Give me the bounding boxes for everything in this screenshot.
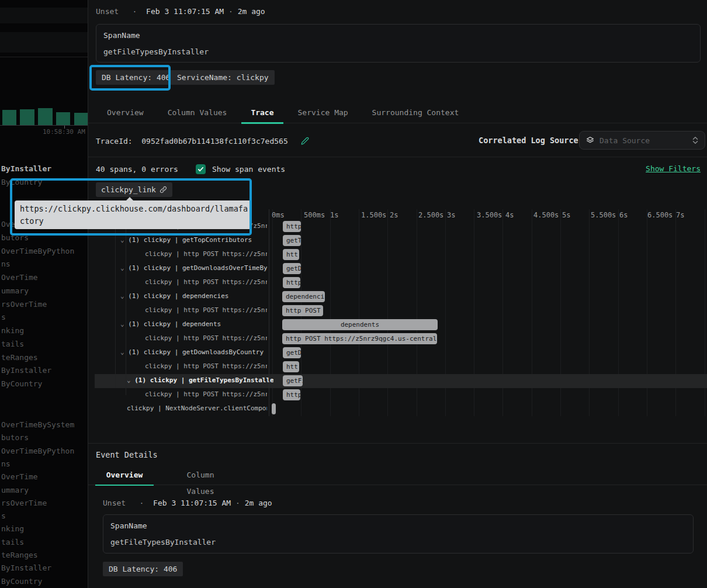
span-duration-bar[interactable]: http: [283, 389, 300, 400]
result-row-fragment[interactable]: ByInstaller: [1, 164, 51, 173]
span-duration-bar[interactable]: dependenci: [282, 291, 325, 302]
timeline-axis-tick: 6.500s: [647, 211, 673, 219]
span-row[interactable]: clickpy | http POST https://z5nrz9http P…: [88, 332, 707, 346]
span-row[interactable]: ⌄ (1) clickpy | dependenciesdependenci: [88, 290, 707, 304]
span-row[interactable]: ⌄ (1) clickpy | dependentsdependents: [88, 318, 707, 332]
span-name: ⌄ (1) clickpy | dependents: [120, 320, 221, 328]
result-row-fragment[interactable]: ns: [1, 459, 11, 468]
tab-surrounding-context[interactable]: Surrounding Context: [363, 104, 469, 123]
span-duration-bar[interactable]: htt: [283, 361, 299, 372]
show-filters-link[interactable]: Show Filters: [646, 164, 701, 173]
span-row[interactable]: ⌄ (1) clickpy | getDownloadsByCountryget…: [88, 346, 707, 360]
result-row-fragment[interactable]: butors: [1, 233, 29, 242]
result-row-fragment[interactable]: OverTime: [1, 273, 38, 282]
event-timestamp: Feb 3 11:07:15 AM: [146, 7, 224, 16]
service-name-badge[interactable]: ServiceName: clickpy: [171, 70, 275, 85]
result-row-fragment[interactable]: Ove: [1, 220, 15, 229]
span-duration-bar[interactable]: http: [283, 277, 300, 288]
timeline-axis-tick: 1s: [330, 211, 338, 219]
span-name: clickpy | http POST https://z5nrz9: [145, 278, 267, 286]
result-row-fragment[interactable]: OverTimeByPython: [1, 447, 74, 455]
chevron-up-down-icon: [692, 136, 699, 145]
span-duration-bar[interactable]: getD: [283, 347, 301, 358]
tab-overview[interactable]: Overview: [95, 467, 154, 485]
db-latency-badge[interactable]: DB Latency: 406: [103, 562, 183, 576]
span-row[interactable]: clickpy | NextNodeServer.clientCompone: [88, 402, 707, 416]
db-latency-badge[interactable]: DB Latency: 406: [96, 70, 176, 85]
span-name: clickpy | NextNodeServer.clientCompone: [127, 404, 267, 412]
tab-trace[interactable]: Trace: [241, 104, 283, 123]
tab-column-values[interactable]: Column Values: [171, 467, 230, 485]
span-row[interactable]: ⌄ (1) clickpy | getTopContributorsgetT: [88, 234, 707, 248]
result-row-fragment[interactable]: s: [1, 511, 6, 520]
result-row-fragment[interactable]: s: [1, 313, 6, 321]
result-row-fragment[interactable]: nking: [1, 326, 24, 335]
timeline-axis-tick: 2s: [390, 211, 398, 219]
span-row[interactable]: clickpy | http POST https://z5nrz9htt: [88, 248, 707, 262]
tooltip-url-line1: https://clickpy.clickhouse.com/dashboard…: [20, 203, 246, 215]
span-name: ⌄ (1) clickpy | getDownloadsOverTimeByS: [120, 264, 267, 272]
result-row-fragment[interactable]: teRanges: [1, 353, 38, 362]
chevron-down-icon[interactable]: ⌄: [120, 264, 124, 272]
span-duration-bar[interactable]: getD: [283, 263, 301, 274]
chevron-down-icon[interactable]: ⌄: [120, 320, 124, 328]
span-duration-bar[interactable]: http POST https://z5nrz9qgc4.us-central: [282, 333, 437, 344]
result-row-fragment[interactable]: ummary: [1, 486, 29, 494]
result-row-fragment[interactable]: rsOverTime: [1, 300, 47, 309]
span-row[interactable]: ⌄ (1) clickpy | getDownloadsOverTimeBySg…: [88, 262, 707, 276]
chevron-down-icon[interactable]: ⌄: [127, 376, 131, 384]
result-row-fragment[interactable]: tails: [1, 340, 24, 348]
result-row-fragment[interactable]: ns: [1, 260, 11, 268]
chevron-down-icon[interactable]: ⌄: [120, 236, 124, 244]
tab-service-map[interactable]: Service Map: [289, 104, 358, 123]
result-row-fragment[interactable]: rsOverTime: [1, 499, 47, 507]
span-row[interactable]: clickpy | http POST https://z5nrz9htt: [88, 360, 707, 374]
result-row-fragment[interactable]: teRanges: [1, 551, 38, 559]
result-row-fragment[interactable]: OverTimeBySystem: [1, 420, 74, 429]
span-row[interactable]: clickpy | http POST https://z5nrz9http P…: [88, 304, 707, 318]
result-row-fragment[interactable]: ByInstaller: [1, 366, 51, 375]
span-duration-bar[interactable]: [272, 403, 276, 414]
trace-id-value: 0952fad0b67b114138fc110f3c7ed565: [141, 137, 287, 146]
span-duration-bar[interactable]: htt: [283, 249, 299, 260]
tab-column-values[interactable]: Column Values: [158, 104, 237, 123]
link-icon: [160, 186, 167, 193]
show-span-events-checkbox[interactable]: [196, 164, 206, 174]
clickpy-link-badge[interactable]: clickpy_link: [96, 182, 172, 197]
result-row-fragment[interactable]: ByCountry: [1, 577, 42, 586]
span-duration-bar[interactable]: http POST: [282, 305, 323, 316]
result-row-fragment[interactable]: tails: [1, 538, 24, 547]
span-name-box: SpanName getFileTypesByInstaller: [103, 514, 694, 554]
span-duration-bar[interactable]: dependents: [282, 319, 438, 330]
detail-tabs: OverviewColumn ValuesTraceService MapSur…: [88, 104, 707, 123]
span-duration-bar[interactable]: getT: [283, 235, 301, 246]
tab-overview[interactable]: Overview: [98, 104, 153, 123]
result-row-fragment[interactable]: butors: [1, 433, 29, 442]
histogram-bar: [74, 113, 88, 125]
data-source-select[interactable]: Data Source: [579, 131, 705, 150]
span-row[interactable]: clickpy | http POST https://z5nrz9http: [88, 388, 707, 402]
show-span-events-label[interactable]: Show span events: [212, 165, 285, 174]
result-row-fragment[interactable]: OverTime: [1, 472, 38, 481]
result-row-fragment[interactable]: OverTimeByPython: [1, 247, 74, 255]
result-row-fragment[interactable]: ByCountry: [1, 379, 42, 388]
trace-id-label: TraceId:: [96, 137, 133, 146]
background-row: [0, 8, 88, 23]
span-duration-bar[interactable]: getFi: [283, 375, 303, 386]
result-row-fragment[interactable]: ByCountry: [1, 178, 42, 186]
chevron-down-icon[interactable]: ⌄: [120, 348, 124, 356]
result-row-fragment[interactable]: nking: [1, 524, 24, 533]
spans-summary-row: 40 spans, 0 errors Show span events: [96, 164, 285, 174]
result-row-fragment[interactable]: ByInstaller: [1, 563, 51, 572]
chevron-down-icon[interactable]: ⌄: [120, 292, 124, 300]
event-meta: Unset · Feb 3 11:07:15 AM · 2m ago: [96, 7, 265, 16]
timeline-axis-tick: 5s: [562, 211, 570, 219]
span-duration-bar[interactable]: http: [283, 221, 301, 232]
edit-pencil-icon[interactable]: [301, 137, 309, 145]
span-row-selected[interactable]: ⌄ (1) clickpy | getFileTypesByInstallerg…: [95, 374, 707, 388]
result-row-fragment[interactable]: ummary: [1, 286, 29, 295]
span-name: ⌄ (1) clickpy | getDownloadsByCountry: [120, 348, 264, 356]
span-row[interactable]: clickpy | http POST https://z5nrz9http: [88, 276, 707, 290]
histogram-bar: [56, 112, 70, 125]
span-name: clickpy | http POST https://z5nrz9: [145, 334, 267, 342]
